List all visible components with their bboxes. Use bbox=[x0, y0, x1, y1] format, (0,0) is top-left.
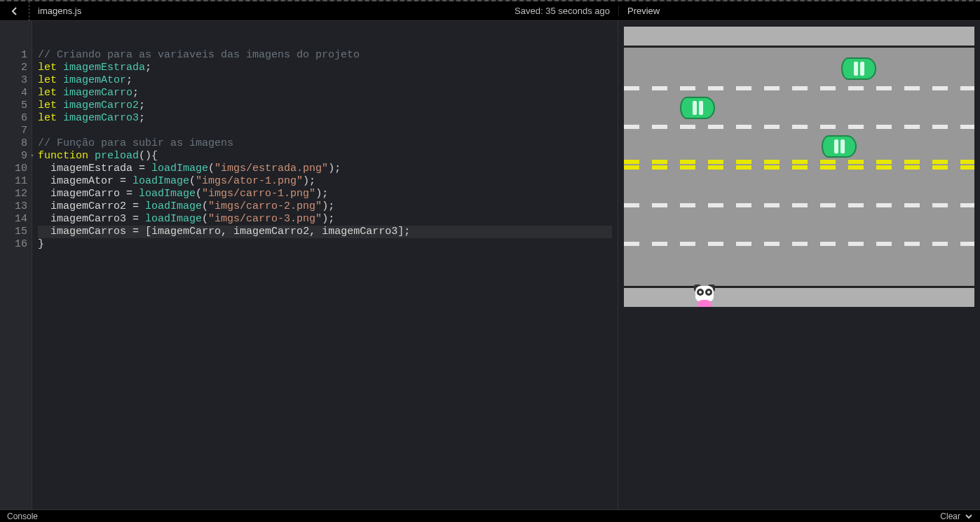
saved-status: Saved: 35 seconds ago bbox=[506, 6, 618, 16]
console-label: Console bbox=[7, 511, 38, 521]
chevron-left-icon bbox=[11, 7, 19, 15]
car-sprite bbox=[841, 57, 876, 80]
clear-label: Clear bbox=[940, 511, 960, 521]
line-number: 1 bbox=[4, 49, 27, 62]
line-number: 6 bbox=[4, 112, 27, 125]
code-line[interactable]: let imagemEstrada; bbox=[38, 62, 612, 74]
line-number: 5 bbox=[4, 99, 27, 112]
code-line[interactable]: imagemEstrada = loadImage("imgs/estrada.… bbox=[38, 163, 612, 175]
console-bar[interactable]: Console Clear bbox=[0, 509, 980, 522]
line-number: 7 bbox=[4, 125, 27, 137]
preview-title: Preview bbox=[618, 6, 980, 16]
code-line[interactable] bbox=[38, 125, 612, 137]
line-number: 15 bbox=[4, 226, 27, 238]
line-number: 11 bbox=[4, 175, 27, 188]
line-number: 4 bbox=[4, 87, 27, 99]
code-line[interactable]: function preload(){ bbox=[38, 150, 612, 163]
road-top-curb bbox=[624, 27, 974, 48]
code-line[interactable]: imagemCarro = loadImage("imgs/carro-1.pn… bbox=[38, 188, 612, 200]
code-line[interactable]: let imagemCarro3; bbox=[38, 112, 612, 125]
code-line[interactable]: // Função para subir as imagens bbox=[38, 137, 612, 150]
line-number: 8 bbox=[4, 137, 27, 150]
line-number: 13 bbox=[4, 200, 27, 213]
code-line[interactable]: imagemCarros = [imagemCarro, imagemCarro… bbox=[38, 226, 612, 238]
line-number: 9 bbox=[4, 150, 27, 163]
code-line[interactable]: let imagemAtor; bbox=[38, 74, 612, 87]
line-number: 14 bbox=[4, 213, 27, 226]
code-area[interactable]: // Criando para as variaveis das imagens… bbox=[32, 21, 618, 509]
chevron-down-icon bbox=[965, 512, 973, 521]
line-number: 10 bbox=[4, 163, 27, 175]
filename-label: imagens.js bbox=[29, 6, 90, 16]
line-number: 3 bbox=[4, 74, 27, 87]
car-sprite bbox=[822, 135, 857, 158]
line-number: 16 bbox=[4, 238, 27, 251]
back-button[interactable] bbox=[0, 1, 29, 21]
code-line[interactable]: // Criando para as variaveis das imagens… bbox=[38, 49, 612, 62]
clear-button[interactable]: Clear bbox=[940, 511, 973, 521]
code-line[interactable]: let imagemCarro; bbox=[38, 87, 612, 99]
actor-sprite bbox=[693, 286, 716, 307]
code-line[interactable]: let imagemCarro2; bbox=[38, 99, 612, 112]
car-sprite bbox=[680, 97, 715, 119]
line-gutter: 12345678910111213141516 bbox=[0, 21, 32, 509]
code-line[interactable]: imagemCarro2 = loadImage("imgs/carro-2.p… bbox=[38, 200, 612, 213]
line-number: 12 bbox=[4, 188, 27, 200]
line-number: 2 bbox=[4, 62, 27, 74]
code-line[interactable]: } bbox=[38, 238, 612, 251]
header: imagens.js Saved: 35 seconds ago Preview bbox=[0, 1, 980, 21]
road-bottom-curb bbox=[624, 286, 974, 307]
code-editor[interactable]: 12345678910111213141516 // Criando para … bbox=[0, 21, 618, 509]
game-canvas[interactable] bbox=[624, 27, 974, 307]
preview-pane bbox=[618, 21, 980, 509]
code-line[interactable]: imagemCarro3 = loadImage("imgs/carro-3.p… bbox=[38, 213, 612, 226]
code-line[interactable]: imagemAtor = loadImage("imgs/ator-1.png"… bbox=[38, 175, 612, 188]
